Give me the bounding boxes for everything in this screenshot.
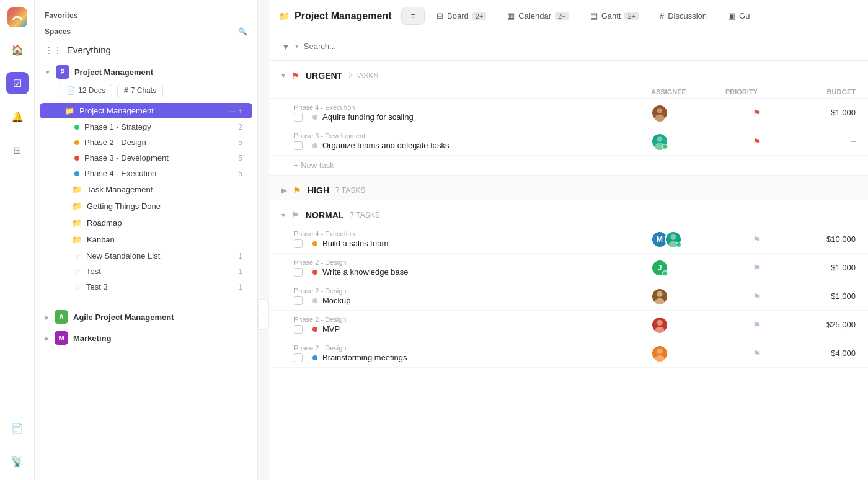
sidebar-collapse-arrow[interactable]: ‹ bbox=[258, 299, 269, 330]
nav-broadcast[interactable]: 📡 bbox=[6, 450, 29, 473]
task-status-dot-n4 bbox=[312, 327, 317, 332]
standalone-new[interactable]: ☆ New Standalone List 1 bbox=[40, 249, 252, 263]
nav-home[interactable]: 🏠 bbox=[6, 38, 29, 61]
add-icon[interactable]: + bbox=[238, 107, 242, 115]
group-urgent-header[interactable]: ▾ ⚑ URGENT 2 TASKS bbox=[269, 61, 868, 86]
nav-dashboards[interactable]: ⊞ bbox=[6, 139, 29, 161]
group-urgent: ▾ ⚑ URGENT 2 TASKS ASSIGNEE PRIORITY BUD… bbox=[269, 61, 868, 176]
folder-gtd[interactable]: 📁 Getting Things Done bbox=[40, 198, 252, 214]
task-check-n4[interactable] bbox=[294, 325, 303, 334]
group-high-header[interactable]: ▶ ⚑ HIGH 7 TASKS bbox=[269, 176, 868, 200]
list-left: 📁 Project Management bbox=[64, 106, 154, 115]
group-high: ▶ ⚑ HIGH 7 TASKS bbox=[269, 176, 868, 200]
task-check-1[interactable] bbox=[294, 113, 303, 122]
task-name-n3: Mockup bbox=[322, 296, 351, 305]
space-agile[interactable]: ▶ A Agile Project Management bbox=[35, 305, 257, 326]
svg-point-8 bbox=[657, 319, 662, 325]
svg-point-11 bbox=[655, 355, 665, 361]
nav-docs[interactable]: 📄 bbox=[6, 417, 29, 439]
list-item-project-management[interactable]: 📁 Project Management ··· + bbox=[40, 103, 252, 118]
task-check-n2[interactable] bbox=[294, 268, 303, 277]
sublist-design[interactable]: Phase 2 - Design 5 bbox=[40, 135, 252, 149]
app-logo[interactable] bbox=[7, 7, 27, 27]
task-left-2: Phase 3 - Development Organize teams and… bbox=[281, 132, 651, 150]
standalone-test3[interactable]: ☆ Test 3 1 bbox=[40, 280, 252, 294]
col-headers-urgent: ASSIGNEE PRIORITY BUDGET bbox=[269, 86, 868, 99]
task-check-n5[interactable] bbox=[294, 353, 303, 362]
task-check-2[interactable] bbox=[294, 141, 303, 150]
sublist-count-dev: 5 bbox=[238, 154, 242, 162]
table-row[interactable]: Phase 4 - Execution Build a sales team —… bbox=[269, 225, 868, 254]
tab-calendar[interactable]: ▦ Calendar 2+ bbox=[498, 7, 578, 25]
sublist-strategy[interactable]: Phase 1 - Strategy 2 bbox=[40, 120, 252, 134]
svg-point-10 bbox=[657, 348, 662, 353]
assignee-cell-n5 bbox=[651, 345, 725, 362]
docs-label: 12 Docs bbox=[78, 86, 105, 95]
filter-icon[interactable]: ▼ bbox=[281, 42, 290, 51]
group-normal-header[interactable]: ▾ ⚑ NORMAL 7 TASKS bbox=[269, 200, 868, 225]
new-task-btn-urgent[interactable]: + New task bbox=[269, 156, 868, 176]
priority-flag-n2: ⚑ bbox=[753, 263, 761, 273]
table-row[interactable]: Phase 2 - Design Mockup bbox=[269, 282, 868, 311]
folder-task-management[interactable]: 📁 Task Management bbox=[40, 182, 252, 197]
col-assignee: ASSIGNEE bbox=[651, 88, 725, 96]
tab-list[interactable]: ≡ bbox=[401, 7, 425, 25]
budget-cell-1: $1,000 bbox=[787, 108, 856, 117]
new-task-label-urgent: + New task bbox=[294, 161, 334, 170]
standalone-test[interactable]: ☆ Test 1 bbox=[40, 264, 252, 278]
table-row[interactable]: Phase 2 - Design Write a knowledge base … bbox=[269, 254, 868, 282]
budget-cell-n2: $1,000 bbox=[787, 263, 856, 272]
table-row[interactable]: Phase 2 - Design Brainstorming meetings bbox=[269, 339, 868, 368]
everything-label: Everything bbox=[67, 45, 111, 55]
search-input[interactable] bbox=[304, 42, 856, 51]
tab-board[interactable]: ⊞ Board 2+ bbox=[427, 7, 495, 25]
task-check-n1[interactable] bbox=[294, 239, 303, 248]
tab-calendar-badge: 2+ bbox=[555, 12, 569, 20]
group-high-count: 7 TASKS bbox=[335, 186, 365, 195]
sublist-development[interactable]: Phase 3 - Development 5 bbox=[40, 151, 252, 165]
table-row[interactable]: Phase 2 - Design MVP bbox=[269, 311, 868, 339]
group-urgent-chevron: ▾ bbox=[281, 71, 285, 80]
avatar-img-n5 bbox=[651, 345, 668, 362]
page-title: 📁 Project Management bbox=[279, 11, 391, 22]
table-row[interactable]: Phase 3 - Development Organize teams and… bbox=[269, 127, 868, 156]
space-project-management[interactable]: ▼ P Project Management bbox=[35, 60, 257, 81]
spaces-label: Spaces bbox=[45, 27, 71, 36]
tab-gu[interactable]: ▣ Gu bbox=[719, 7, 759, 25]
task-status-dot-n1 bbox=[312, 241, 317, 246]
assignee-cell-n4 bbox=[651, 316, 725, 334]
tab-gu-icon: ▣ bbox=[728, 11, 735, 20]
space-marketing[interactable]: ▶ M Marketing bbox=[35, 326, 257, 347]
sidebar-item-everything[interactable]: ⋮⋮ Everything bbox=[35, 40, 257, 60]
tab-discussion[interactable]: # Discussion bbox=[650, 7, 716, 25]
folder-roadmap[interactable]: 📁 Roadmap bbox=[40, 215, 252, 231]
folder-kanban[interactable]: 📁 Kanban bbox=[40, 232, 252, 247]
nav-tasks[interactable]: ☑ bbox=[6, 72, 29, 94]
priority-cell-n5: ⚑ bbox=[725, 349, 787, 358]
dot-yellow bbox=[74, 140, 79, 145]
more-icon[interactable]: ··· bbox=[229, 107, 236, 115]
tab-gantt[interactable]: ▤ Gantt 2+ bbox=[581, 7, 648, 25]
space-badge-pm: P bbox=[56, 65, 69, 79]
table-row[interactable]: Phase 4 - Execution Aquire funding for s… bbox=[269, 99, 868, 127]
folder-icon-kb: 📁 bbox=[72, 235, 82, 244]
svg-point-6 bbox=[657, 291, 662, 296]
svg-point-0 bbox=[657, 108, 663, 113]
task-status-dot-2 bbox=[312, 143, 317, 148]
dot-blue bbox=[74, 171, 79, 176]
task-check-n3[interactable] bbox=[294, 296, 303, 305]
avatar-2 bbox=[651, 133, 668, 150]
chats-button[interactable]: # 7 Chats bbox=[117, 84, 163, 97]
space-name-agile: Agile Project Management bbox=[73, 313, 174, 322]
space-arrow-marketing: ▶ bbox=[45, 335, 50, 342]
sublist-execution[interactable]: Phase 4 - Execution 5 bbox=[40, 166, 252, 180]
assignee-cell-n2: J bbox=[651, 259, 725, 277]
filter-dropdown-arrow[interactable]: ▾ bbox=[295, 42, 299, 50]
divider-1 bbox=[45, 300, 247, 300]
standalone-count-1: 1 bbox=[238, 252, 242, 260]
spaces-search-icon[interactable]: 🔍 bbox=[238, 27, 247, 36]
avatar-n4 bbox=[651, 316, 668, 334]
assignee-cell-2 bbox=[651, 133, 725, 150]
docs-button[interactable]: 📄 12 Docs bbox=[60, 84, 112, 97]
nav-notifications[interactable]: 🔔 bbox=[6, 105, 29, 128]
